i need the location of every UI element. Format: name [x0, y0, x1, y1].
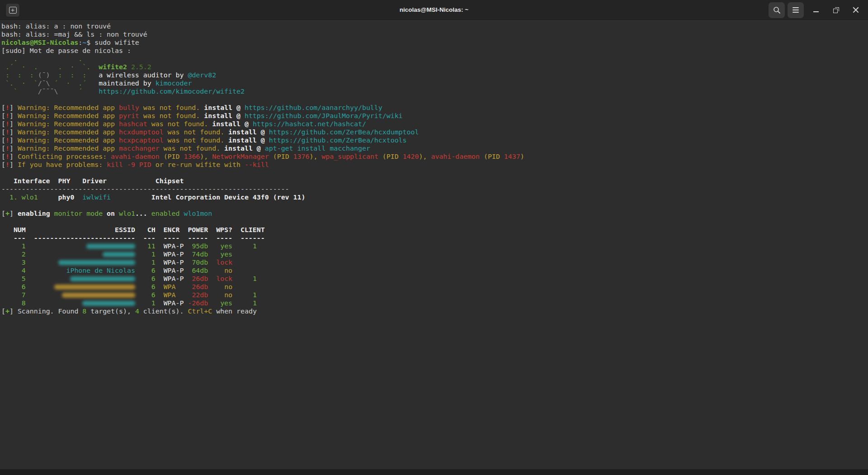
text-segment	[156, 242, 164, 250]
text-segment: : : :	[1, 71, 38, 79]
text-segment: /¯¯¯\	[38, 87, 58, 95]
text-segment: was not found.	[147, 120, 212, 128]
text-segment	[135, 242, 147, 250]
text-segment	[180, 209, 184, 218]
text-segment: 1	[253, 275, 257, 283]
text-segment: 1366	[184, 152, 200, 161]
text-segment: 1	[253, 291, 257, 299]
redacted-essid	[82, 301, 135, 306]
terminal-line: [!] Warning: Recommended app macchanger …	[1, 144, 868, 152]
terminal-line: [!] Warning: Recommended app bully was n…	[1, 104, 868, 112]
text-segment	[135, 291, 151, 299]
close-button[interactable]	[848, 2, 863, 18]
redacted-essid	[86, 244, 135, 249]
text-segment: NUM ESSID CH ENCR POWER WPS? CLIENT	[1, 226, 265, 234]
terminal-line	[1, 95, 868, 104]
text-segment	[184, 266, 192, 275]
text-segment: (PID	[269, 152, 293, 161]
text-segment: avahi-daemon	[431, 152, 480, 161]
text-segment: no	[224, 291, 232, 299]
text-segment: -26db	[188, 299, 208, 307]
text-segment: --kill	[245, 161, 269, 169]
text-segment	[232, 299, 253, 307]
text-segment: https://hashcat.net/hashcat/	[253, 120, 366, 128]
text-segment: 1	[1, 242, 26, 250]
text-segment: wlo1mon	[184, 209, 212, 218]
terminal-line: --- ------------------------- --- ---- -…	[1, 234, 868, 242]
text-segment: ]	[9, 112, 18, 120]
text-segment	[135, 275, 151, 283]
text-segment: WPA-P	[164, 275, 184, 283]
window-title: nicolas@MSI-Nicolas: ~	[0, 0, 868, 19]
terminal-line: . .	[1, 55, 868, 63]
menu-button[interactable]	[788, 2, 804, 18]
text-segment: (PID	[480, 152, 504, 161]
text-segment: phy0	[58, 193, 75, 201]
text-segment: 3	[1, 258, 26, 266]
text-segment	[156, 299, 164, 307]
text-segment: !	[5, 152, 9, 161]
text-segment: 95db	[192, 242, 208, 250]
restore-button[interactable]	[828, 2, 844, 18]
text-segment: WPA-P	[164, 250, 184, 258]
text-segment: [sudo] Mot de passe de nicolas :	[1, 47, 131, 55]
minimize-icon	[813, 11, 819, 12]
text-segment: :	[78, 38, 82, 47]
text-segment: hcxdumptool	[119, 128, 164, 136]
text-segment	[156, 258, 164, 266]
redacted-essid	[70, 276, 135, 281]
text-segment: ]	[9, 120, 18, 128]
terminal-line: [!] If you have problems: kill -9 PID or…	[1, 161, 868, 169]
text-segment: 4	[1, 266, 26, 275]
search-button[interactable]	[769, 2, 785, 18]
text-segment: [	[1, 307, 5, 315]
redacted-essid	[103, 252, 135, 257]
terminal-line: [!] Warning: Recommended app hcxpcaptool…	[1, 136, 868, 144]
text-segment: install @	[228, 136, 269, 144]
text-segment: was not found.	[160, 144, 224, 152]
redacted-essid	[54, 285, 135, 290]
text-segment: [	[1, 136, 5, 144]
terminal-screen[interactable]: bash: alias: a : non trouvébash: alias: …	[0, 20, 868, 469]
terminal-line: [+] Scanning. Found 8 target(s), 4 clien…	[1, 307, 868, 315]
text-segment: https://github.com/ZerBea/hcxtools	[269, 136, 407, 144]
text-segment	[156, 266, 164, 275]
text-segment: Conflicting processes:	[18, 152, 111, 161]
text-segment: `	[1, 87, 38, 95]
text-segment	[208, 275, 216, 283]
text-segment: ]	[9, 128, 18, 136]
text-segment: install @	[224, 144, 265, 152]
text-segment: ]	[9, 161, 18, 169]
text-segment: 7	[1, 291, 26, 299]
text-segment	[38, 193, 58, 201]
text-segment	[208, 299, 220, 307]
text-segment: 1437	[504, 152, 520, 161]
text-segment	[184, 258, 192, 266]
text-segment: hcxpcaptool	[119, 136, 164, 144]
text-segment	[74, 193, 82, 201]
text-segment: ´	[58, 87, 99, 95]
terminal-line: 1. wlo1 phy0 iwlwifi Intel Corporation D…	[1, 193, 868, 201]
text-segment: kill -9 PID	[107, 161, 151, 169]
text-segment	[26, 250, 103, 258]
text-segment: 74db	[192, 250, 208, 258]
minimize-button[interactable]	[808, 2, 824, 18]
text-segment: (¯)	[38, 71, 50, 79]
terminal-line: 1 11 WPA-P 95db yes 1	[1, 242, 868, 250]
text-segment	[135, 299, 151, 307]
text-segment	[156, 283, 164, 291]
text-segment: https://github.com/kimocoder/wifite2	[99, 87, 245, 95]
text-segment	[26, 275, 71, 283]
text-segment: sudo wifite	[94, 38, 139, 47]
text-segment	[232, 291, 253, 299]
text-segment	[135, 266, 151, 275]
text-segment: 6	[151, 291, 156, 299]
text-segment: install @	[228, 128, 269, 136]
text-segment: . .	[1, 55, 82, 63]
text-segment: !	[5, 112, 9, 120]
text-segment	[208, 266, 224, 275]
terminal-line: 2 1 WPA-P 74db yes	[1, 250, 868, 258]
terminal-line: .´ · . . · `. wifite2 2.5.2	[1, 63, 868, 71]
text-segment: when ready	[212, 307, 257, 315]
text-segment: nicolas@MSI-Nicolas	[1, 38, 78, 47]
